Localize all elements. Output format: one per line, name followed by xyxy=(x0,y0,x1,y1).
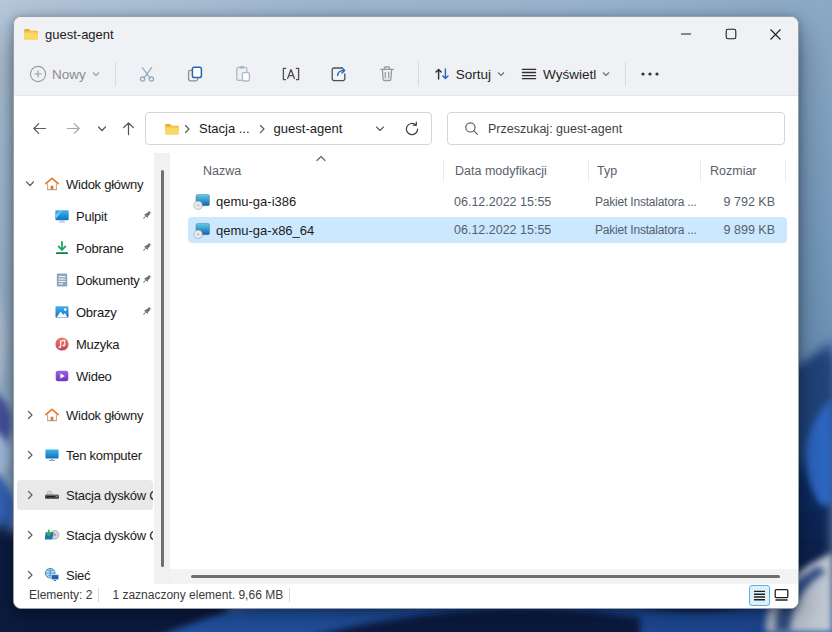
file-explorer-window: guest-agent Nowy xyxy=(13,16,799,609)
minimize-icon xyxy=(680,28,692,40)
msi-file-icon xyxy=(192,221,211,240)
recent-locations-button[interactable] xyxy=(90,112,114,146)
toolbar-separator xyxy=(625,62,626,86)
column-header-size[interactable]: Rozmiar xyxy=(701,156,785,186)
cut-button[interactable] xyxy=(126,57,168,91)
icons-view-button[interactable] xyxy=(773,585,790,606)
search-icon xyxy=(464,121,479,136)
file-name: qemu-ga-i386 xyxy=(216,194,296,209)
paste-icon xyxy=(233,64,253,84)
more-options-button[interactable] xyxy=(633,57,667,91)
address-bar[interactable]: Stacja ... guest-agent xyxy=(145,112,432,145)
up-button[interactable] xyxy=(114,112,142,146)
status-separator xyxy=(289,588,290,602)
copy-button[interactable] xyxy=(174,57,216,91)
maximize-button[interactable] xyxy=(708,17,753,55)
sidebar-item-home[interactable]: Widok główny xyxy=(17,169,153,199)
horizontal-scrollbar-thumb[interactable] xyxy=(191,575,780,578)
delete-button[interactable] xyxy=(366,57,408,91)
file-type: Pakiet Instalatora ... xyxy=(587,195,698,209)
pin-icon xyxy=(140,209,153,222)
chevron-collapsed-icon[interactable] xyxy=(22,447,38,463)
file-list-header: Nazwa Data modyfikacji Typ Rozmiar xyxy=(188,156,787,186)
sidebar-item-network[interactable]: Sieć xyxy=(17,560,153,584)
details-view-icon xyxy=(753,589,766,602)
sidebar-item-desktop[interactable]: Pulpit xyxy=(17,201,153,231)
documents-icon xyxy=(54,272,70,288)
breadcrumb-chevron-icon xyxy=(256,123,268,135)
sidebar-item-label: Widok główny xyxy=(66,408,153,423)
search-input[interactable] xyxy=(488,122,776,136)
chevron-collapsed-icon[interactable] xyxy=(22,567,38,583)
pictures-icon xyxy=(54,304,70,320)
sidebar-item-documents[interactable]: Dokumenty xyxy=(17,265,153,295)
sidebar-item-videos[interactable]: Wideo xyxy=(17,361,153,391)
toolbar-separator xyxy=(418,62,419,86)
sidebar-item-home-tree[interactable]: Widok główny xyxy=(17,400,153,430)
music-icon xyxy=(54,336,70,352)
videos-icon xyxy=(54,368,70,384)
details-view-button[interactable] xyxy=(749,585,770,606)
horizontal-scrollbar[interactable] xyxy=(170,569,798,584)
sidebar-item-label: Ten komputer xyxy=(66,448,153,463)
column-label: Typ xyxy=(597,164,617,178)
view-icon xyxy=(520,65,538,83)
new-button[interactable]: Nowy xyxy=(22,57,108,91)
view-button[interactable]: Wyświetl xyxy=(513,57,618,91)
folder-icon xyxy=(23,26,39,42)
forward-button[interactable] xyxy=(56,112,90,146)
sidebar-scrollbar-thumb[interactable] xyxy=(161,170,164,567)
file-name: qemu-ga-x86_64 xyxy=(216,223,314,238)
sidebar-item-label: Muzyka xyxy=(76,337,153,352)
cut-icon xyxy=(137,64,157,84)
rename-button[interactable] xyxy=(270,57,312,91)
chevron-expanded-icon[interactable] xyxy=(22,176,38,192)
sidebar-item-music[interactable]: Muzyka xyxy=(17,329,153,359)
minimize-button[interactable] xyxy=(663,17,708,55)
column-header-modified[interactable]: Data modyfikacji xyxy=(444,156,588,186)
breadcrumb-current[interactable]: guest-agent xyxy=(271,121,346,136)
refresh-button[interactable] xyxy=(399,116,425,142)
chevron-down-icon xyxy=(96,123,108,135)
sort-button[interactable]: Sortuj xyxy=(426,57,513,91)
paste-button[interactable] xyxy=(222,57,264,91)
sidebar-item-label: Sieć xyxy=(66,568,153,583)
chevron-down-icon xyxy=(374,123,386,135)
sidebar-scrollbar[interactable] xyxy=(154,153,170,584)
column-separator[interactable] xyxy=(785,160,786,182)
chevron-collapsed-icon[interactable] xyxy=(22,527,38,543)
status-bar: Elementy: 2 1 zaznaczony element. 9,66 M… xyxy=(14,584,798,608)
home-icon xyxy=(44,407,60,423)
selection-info: 1 zaznaczony element. 9,66 MB xyxy=(112,588,283,602)
sidebar-item-cd-drive-2[interactable]: Stacja dysków CD xyxy=(17,520,153,550)
sort-label: Sortuj xyxy=(456,67,491,82)
sidebar-item-downloads[interactable]: Pobrane xyxy=(17,233,153,263)
address-dropdown-button[interactable] xyxy=(367,116,393,142)
chevron-placeholder xyxy=(22,336,38,352)
sort-ascending-icon xyxy=(315,154,327,162)
chevron-collapsed-icon[interactable] xyxy=(22,407,38,423)
file-type: Pakiet Instalatora ... xyxy=(587,223,698,237)
maximize-icon xyxy=(725,28,737,40)
sidebar-item-this-pc[interactable]: Ten komputer xyxy=(17,440,153,470)
column-header-type[interactable]: Typ xyxy=(589,156,700,186)
chevron-placeholder xyxy=(22,272,38,288)
sidebar-item-pictures[interactable]: Obrazy xyxy=(17,297,153,327)
delete-icon xyxy=(377,64,397,84)
chevron-down-icon xyxy=(496,69,506,79)
sidebar-group-gap xyxy=(14,393,170,400)
close-button[interactable] xyxy=(753,17,798,55)
titlebar[interactable]: guest-agent xyxy=(14,17,798,55)
search-box[interactable] xyxy=(447,112,785,145)
file-row-qemu-ga-x86_64[interactable]: qemu-ga-x86_64 06.12.2022 15:55 Pakiet I… xyxy=(188,217,787,243)
navigation-bar: Stacja ... guest-agent xyxy=(14,96,798,153)
share-button[interactable] xyxy=(318,57,360,91)
file-row-qemu-ga-i386[interactable]: qemu-ga-i386 06.12.2022 15:55 Pakiet Ins… xyxy=(188,189,787,215)
breadcrumb-root[interactable]: Stacja ... xyxy=(196,121,253,136)
column-header-name[interactable]: Nazwa xyxy=(188,156,443,186)
file-modified: 06.12.2022 15:55 xyxy=(443,195,587,209)
back-button[interactable] xyxy=(22,112,56,146)
chevron-collapsed-icon[interactable] xyxy=(22,487,38,503)
sidebar-item-cd-drive[interactable]: Stacja dysków CD xyxy=(17,480,153,510)
window-title: guest-agent xyxy=(45,27,114,42)
